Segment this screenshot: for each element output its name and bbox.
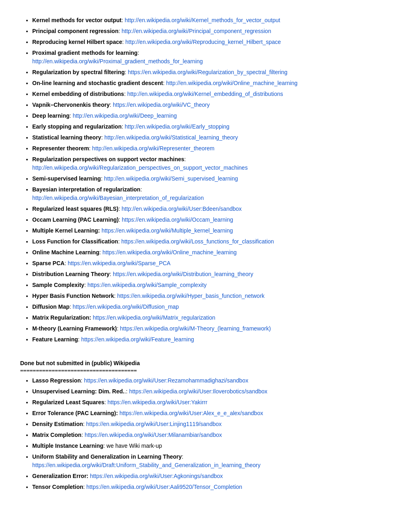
item-label: Multiple Kernel Learning:	[32, 227, 100, 234]
item-link[interactable]: https://en.wikipedia.org/wiki/Feature_le…	[81, 336, 194, 343]
main-list: Kernel methods for vector output: http:/…	[20, 16, 391, 344]
list-item: Matrix Completion: https://en.wikipedia.…	[32, 431, 391, 439]
list-item: Matrix Regularization: https://en.wikipe…	[32, 314, 391, 322]
item-link[interactable]: http://en.wikipedia.org/wiki/Early_stopp…	[125, 123, 229, 130]
list-item: M-theory (Learning Framework): https://e…	[32, 324, 391, 333]
item-link[interactable]: http://en.wikipedia.org/wiki/Kernel_meth…	[125, 17, 280, 23]
list-item: Early stopping and regularization: http:…	[32, 123, 391, 131]
item-label: Matrix Completion	[32, 432, 81, 438]
item-label: Feature Learning	[32, 336, 78, 343]
item-label: Distribution Learning Theory	[32, 271, 110, 277]
list-item: Lasso Regression: https://en.wikipedia.o…	[32, 376, 391, 385]
item-link[interactable]: https://en.wikipedia.org/wiki/M-Theory_(…	[120, 325, 271, 332]
item-label: Online Machine Learning	[32, 249, 99, 256]
item-link[interactable]: http://en.wikipedia.org/wiki/Deep_learni…	[73, 112, 176, 119]
item-label: Semi-supervised learning	[32, 175, 101, 182]
item-link[interactable]: https://en.wikipedia.org/wiki/VC_theory	[113, 102, 210, 108]
item-label: Diffusion Map	[32, 303, 70, 310]
section-container: Done but not submitted in (public) Wikip…	[20, 360, 391, 491]
item-link[interactable]: http://en.wikipedia.org/wiki/User:Bdeen/…	[122, 206, 242, 212]
item-link[interactable]: https://en.wikipedia.org/wiki/Loss_funct…	[121, 238, 274, 245]
item-link[interactable]: http://en.wikipedia.org/wiki/Bayesian_in…	[32, 194, 391, 202]
item-label: Kernel embedding of distributions	[32, 91, 124, 97]
item-link[interactable]: http://en.wikipedia.org/wiki/Principal_c…	[122, 28, 271, 34]
item-link[interactable]: http://en.wikipedia.org/wiki/Regularizat…	[32, 164, 391, 172]
list-item: Diffusion Map: https://en.wikipedia.org/…	[32, 303, 391, 311]
item-label: Matrix Regularization:	[32, 314, 91, 321]
item-label: Bayesian interpretation of regularizatio…	[32, 186, 140, 193]
item-link[interactable]: https://en.wikipedia.org/wiki/Hyper_basi…	[117, 293, 265, 299]
item-link[interactable]: https://en.wikipedia.org/wiki/User:Agkon…	[90, 473, 223, 479]
item-link[interactable]: https://en.wikipedia.org/wiki/Matrix_reg…	[93, 314, 215, 321]
list-item: Feature Learning: https://en.wikipedia.o…	[32, 335, 391, 344]
item-link[interactable]: http://en.wikipedia.org/wiki/Reproducing…	[125, 39, 281, 45]
list-item: Loss Function for Classification: https:…	[32, 237, 391, 246]
item-link[interactable]: https://en.wikipedia.org/wiki/User:Aali9…	[86, 484, 242, 490]
list-item: Sparse PCA: https://en.wikipedia.org/wik…	[32, 259, 391, 268]
list-item: Multiple Instance Learning: we have Wiki…	[32, 442, 391, 450]
item-label: Uniform Stability and Generalization in …	[32, 453, 182, 460]
item-label: Deep learning	[32, 112, 70, 119]
item-link[interactable]: https://en.wikipedia.org/wiki/Online_mac…	[102, 249, 237, 256]
item-label: Early stopping and regularization	[32, 123, 122, 130]
item-label: Reproducing kernel Hilbert space	[32, 39, 122, 45]
item-link[interactable]: https://en.wikipedia.org/wiki/User:Milan…	[85, 432, 222, 438]
item-label: Kernel methods for vector output	[32, 17, 122, 23]
item-link[interactable]: https://en.wikipedia.org/wiki/User:Alex_…	[120, 410, 263, 416]
item-link[interactable]: http://en.wikipedia.org/wiki/Kernel_embe…	[127, 91, 283, 97]
item-link[interactable]: https://en.wikipedia.org/wiki/User:Yakir…	[108, 399, 208, 405]
item-label: M-theory (Learning Framework)	[32, 325, 117, 332]
item-label: Regularized least squares (RLS)	[32, 206, 118, 212]
list-item: Vapnik–Chervonenkis theory: https://en.w…	[32, 101, 391, 109]
list-item: Deep learning: http://en.wikipedia.org/w…	[32, 112, 391, 120]
item-label: Lasso Regression	[32, 377, 81, 384]
item-link[interactable]: http://en.wikipedia.org/wiki/Statistical…	[104, 134, 238, 141]
list-item: Uniform Stability and Generalization in …	[32, 453, 391, 470]
submitted-list: Lasso Regression: https://en.wikipedia.o…	[20, 376, 391, 491]
item-link[interactable]: http://en.wikipedia.org/wiki/Proximal_gr…	[32, 57, 391, 66]
list-item: Error Tolerance (PAC Learning): https://…	[32, 409, 391, 418]
item-label: On-line learning and stochastic gradient…	[32, 80, 163, 86]
item-link[interactable]: https://en.wikipedia.org/wiki/User:Rezam…	[84, 377, 248, 384]
item-label: Representer theorem	[32, 145, 89, 152]
item-link[interactable]: https://en.wikipedia.org/wiki/Sample_com…	[87, 282, 207, 288]
item-label: Vapnik–Chervonenkis theory	[32, 102, 110, 108]
item-label: Generalization Error:	[32, 473, 88, 479]
list-item: Density Estimation: https://en.wikipedia…	[32, 420, 391, 428]
list-item: Multiple Kernel Learning: https://en.wik…	[32, 227, 391, 235]
list-item: Hyper Basis Function Network: https://en…	[32, 292, 391, 300]
item-link[interactable]: http://en.wikipedia.org/wiki/Online_mach…	[166, 80, 297, 86]
item-label: Regularization perspectives on support v…	[32, 156, 184, 162]
section-title: Done but not submitted in (public) Wikip…	[20, 360, 391, 366]
list-item: Kernel embedding of distributions: http:…	[32, 90, 391, 98]
item-link[interactable]: http://en.wikipedia.org/wiki/Representer…	[92, 145, 215, 152]
item-label: Sparse PCA	[32, 260, 64, 266]
item-link[interactable]: http://en.wikipedia.org/wiki/Semi_superv…	[104, 175, 238, 182]
item-label: Regularized Least Squares	[32, 399, 104, 405]
item-link[interactable]: https://en.wikipedia.org/wiki/Regulariza…	[128, 69, 287, 75]
item-link[interactable]: https://en.wikipedia.org/wiki/User:Ilove…	[129, 388, 267, 395]
list-item: Distribution Learning Theory: https://en…	[32, 270, 391, 278]
list-item: On-line learning and stochastic gradient…	[32, 79, 391, 87]
list-item: Regularization by spectral filtering: ht…	[32, 68, 391, 77]
item-link[interactable]: https://en.wikipedia.org/wiki/Occam_lear…	[122, 216, 233, 223]
item-label: Tensor Completion	[32, 484, 83, 490]
item-label: Multiple Instance Learning	[32, 443, 104, 449]
item-label: Principal component regression	[32, 28, 118, 34]
item-label: Loss Function for Classification	[32, 238, 118, 245]
item-label: Proximal gradient methods for learning	[32, 50, 137, 56]
item-label: Error Tolerance (PAC Learning):	[32, 410, 118, 416]
item-link[interactable]: https://en.wikipedia.org/wiki/Draft:Unif…	[32, 461, 391, 470]
item-link[interactable]: https://en.wikipedia.org/wiki/Multiple_k…	[102, 227, 233, 234]
item-label: Statistical learning theory	[32, 134, 101, 141]
item-link[interactable]: https://en.wikipedia.org/wiki/Sparse_PCA	[68, 260, 170, 266]
item-label: Sample Complexity	[32, 282, 84, 288]
item-link[interactable]: https://en.wikipedia.org/wiki/User:Linji…	[86, 421, 222, 427]
item-link[interactable]: https://en.wikipedia.org/wiki/Diffusion_…	[73, 303, 179, 310]
list-item: Bayesian interpretation of regularizatio…	[32, 185, 391, 202]
item-label: Hyper Basis Function Network	[32, 293, 114, 299]
list-item: Generalization Error: https://en.wikiped…	[32, 472, 391, 480]
item-link[interactable]: https://en.wikipedia.org/wiki/Distributi…	[113, 271, 253, 277]
list-item: Representer theorem: http://en.wikipedia…	[32, 144, 391, 153]
item-label: Occam Learning (PAC Learning)	[32, 216, 118, 223]
